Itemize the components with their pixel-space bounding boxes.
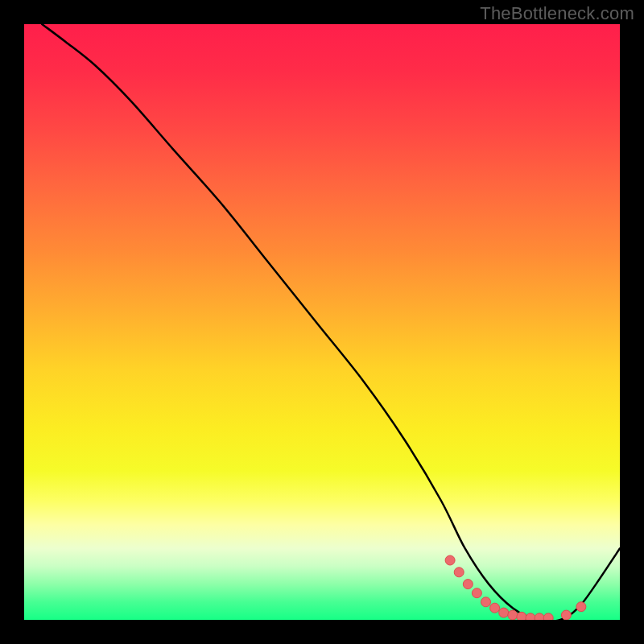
marker-dot	[499, 608, 509, 617]
marker-dot	[445, 555, 455, 565]
watermark-text: TheBottleneck.com	[480, 3, 634, 24]
marker-dot	[490, 603, 500, 613]
chart-frame: TheBottleneck.com	[0, 0, 644, 644]
marker-dot	[517, 612, 526, 620]
plot-area	[24, 24, 620, 620]
marker-dot	[454, 568, 464, 577]
marker-dot	[463, 580, 473, 589]
marker-dot	[543, 613, 553, 620]
curve-svg	[24, 24, 620, 620]
marker-dot	[508, 610, 518, 620]
marker-dot	[561, 610, 571, 620]
marker-dot	[481, 597, 491, 607]
marker-dot	[472, 588, 481, 598]
bottleneck-curve	[42, 24, 620, 620]
marker-dot	[526, 613, 535, 620]
marker-dot	[535, 613, 544, 620]
marker-dot	[576, 602, 586, 612]
